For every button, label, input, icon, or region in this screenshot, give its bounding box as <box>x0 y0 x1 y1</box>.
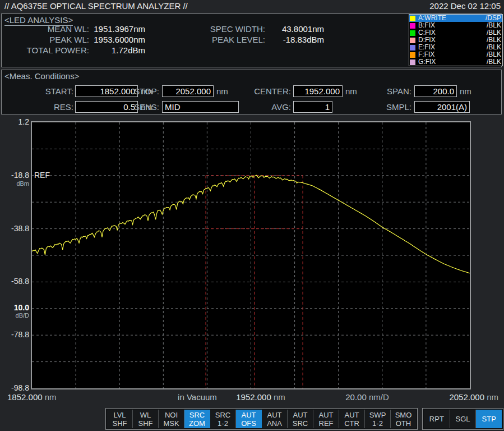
trace-color-swatch <box>410 23 415 29</box>
x-axis-label-start: 1852.000 nm <box>7 392 57 402</box>
trace-legend: A:WRITE/DSPB:FIX/BLKC:FIX/BLKD:FIX/BLKE:… <box>409 14 503 66</box>
button-rpt[interactable]: RPT <box>424 410 450 428</box>
button-stp[interactable]: STP <box>476 410 502 428</box>
title-bar: // AQ6375E OPTICAL SPECTRUM ANALYZER // … <box>0 0 504 13</box>
led-analysis-label: PEAK LEVEL: <box>169 34 265 45</box>
led-analysis-row: PEAK LEVEL:-18.83dBm <box>169 34 325 45</box>
start-label: START: <box>17 85 73 97</box>
smpl-label: SMPL: <box>367 101 411 113</box>
button-aut-src[interactable]: AUT SRC <box>288 410 313 428</box>
trace-color-swatch <box>410 16 415 21</box>
x-label-value: 20.00 <box>345 392 367 402</box>
stop-unit: nm <box>216 85 228 97</box>
app-title: // AQ6375E OPTICAL SPECTRUM ANALYZER // <box>4 1 188 11</box>
led-analysis-row: MEAN WL:1951.3967nm <box>2 24 146 34</box>
x-axis-label-center: 1952.000 nm <box>205 392 317 402</box>
x-label-value: 1952.000 <box>236 392 271 402</box>
stop-field[interactable]: 2052.000 <box>162 85 214 97</box>
led-analysis-value: 1.72dBm <box>89 45 145 56</box>
trace-color-swatch <box>410 45 415 51</box>
led-analysis-row: SPEC WIDTH:43.8001nm <box>169 24 325 34</box>
y-tick-label: -78.8 <box>0 330 29 339</box>
x-axis-label-stop: 2052.000 nm <box>386 392 498 402</box>
button-aut-ctr[interactable]: AUT CTR <box>339 410 365 428</box>
datetime-display: 2022 Dec 02 12:05 <box>429 1 501 11</box>
button-src-zom[interactable]: SRC ZOM <box>184 410 210 428</box>
center-field[interactable]: 1952.000 <box>293 85 343 97</box>
led-analysis-label: PEAK WL: <box>2 34 89 45</box>
led-analysis-label: SPEC WIDTH: <box>169 24 265 34</box>
meas-conditions-heading: <Meas. Conditions> <box>4 71 79 81</box>
y-tick-label: -98.8 <box>0 383 29 392</box>
span-unit: nm <box>460 85 471 97</box>
led-analysis-right-column: SPEC WIDTH:43.8001nmPEAK LEVEL:-18.83dBm <box>169 24 325 45</box>
x-label-unit: nm <box>43 392 57 402</box>
avg-label: AVG: <box>246 101 291 113</box>
y-tick-label: -18.8 <box>0 171 29 180</box>
y-axis-unit: dBm <box>0 180 29 187</box>
button-lvl-shf[interactable]: LVL SHF <box>107 410 133 428</box>
button-smo-oth[interactable]: SMO OTH <box>391 410 416 428</box>
trace-color-swatch <box>410 52 415 58</box>
button-swp-1-2[interactable]: SWP 1-2 <box>365 410 391 428</box>
x-label-unit: nm <box>271 392 285 402</box>
scale-per-div-unit: dB/D <box>0 312 29 319</box>
osa-screen: // AQ6375E OPTICAL SPECTRUM ANALYZER // … <box>0 0 504 431</box>
y-tick-label: -38.8 <box>0 224 29 233</box>
x-label-unit: nm/D <box>367 392 389 402</box>
sens-label: SENS: <box>120 101 159 113</box>
led-analysis-row: PEAK WL:1953.6000nm <box>2 34 146 45</box>
x-label-value: 1852.000 <box>7 392 43 402</box>
y-tick-label: -58.8 <box>0 277 29 286</box>
led-analysis-left-column: MEAN WL:1951.3967nmPEAK WL:1953.6000nmTO… <box>2 24 146 56</box>
led-analysis-label: TOTAL POWER: <box>2 45 89 56</box>
center-label: CENTER: <box>246 85 291 97</box>
stop-label: STOP: <box>120 85 159 97</box>
led-analysis-value: 43.8001nm <box>265 24 324 34</box>
meas-conditions-panel: <Meas. Conditions> START:1852.000nmSTOP:… <box>1 70 502 114</box>
led-analysis-value: 1951.3967nm <box>89 24 145 34</box>
trace-color-swatch <box>410 30 415 36</box>
button-src-1-2[interactable]: SRC 1-2 <box>210 410 236 428</box>
button-aut-ref[interactable]: AUT REF <box>313 410 339 428</box>
led-analysis-value: -18.83dBm <box>265 34 324 45</box>
toolbar-function-buttons: LVL SHFWL SHFNOI MSKSRC ZOMSRC 1-2AUT OF… <box>105 408 418 430</box>
trace-name: G:FIX <box>418 58 487 66</box>
sens-field[interactable]: MID <box>162 101 239 113</box>
x-label-value: 2052.000 <box>449 392 484 402</box>
spectrum-plot-canvas <box>32 122 470 388</box>
scale-per-div-value: 10.0 <box>0 303 29 312</box>
led-analysis-value: 1953.6000nm <box>89 34 145 45</box>
legend-row-trace-g[interactable]: G:FIX/BLK <box>409 58 502 66</box>
span-field[interactable]: 200.0 <box>414 85 457 97</box>
trace-color-swatch <box>410 59 415 65</box>
button-wl-shf[interactable]: WL SHF <box>133 410 159 428</box>
led-analysis-label: MEAN WL: <box>2 24 89 34</box>
res-label: RES: <box>17 101 73 113</box>
trace-status: /BLK <box>487 58 501 66</box>
smpl-field[interactable]: 2001(A) <box>414 101 470 113</box>
button-aut-ana[interactable]: AUT ANA <box>262 410 288 428</box>
avg-field[interactable]: 1 <box>293 101 332 113</box>
spectrum-plot[interactable] <box>31 121 471 389</box>
x-label-unit: nm <box>484 392 498 402</box>
ref-level-label: REF <box>34 171 50 180</box>
y-tick-label: 1.2 <box>0 117 29 126</box>
button-noi-msk[interactable]: NOI MSK <box>159 410 184 428</box>
center-unit: nm <box>345 85 357 97</box>
span-label: SPAN: <box>367 85 411 97</box>
trace-color-swatch <box>410 38 415 43</box>
button-aut-ofs[interactable]: AUT OFS <box>236 410 262 428</box>
toolbar-sweep-buttons: RPTSGLSTP <box>422 408 503 430</box>
led-analysis-row: TOTAL POWER:1.72dBm <box>2 45 146 56</box>
button-sgl[interactable]: SGL <box>450 410 477 428</box>
